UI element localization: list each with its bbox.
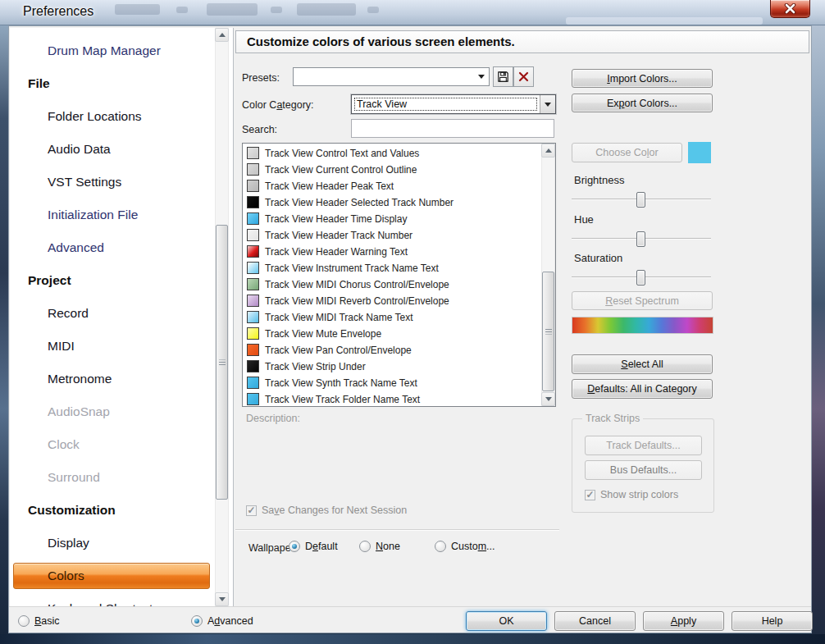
search-label: Search: bbox=[242, 124, 277, 135]
slider-thumb[interactable] bbox=[636, 270, 645, 285]
color-list-item[interactable]: Track View Track Folder Name Text bbox=[243, 391, 555, 407]
color-list-item[interactable]: Track View Header Track Number bbox=[243, 227, 555, 244]
scroll-up-button[interactable] bbox=[541, 144, 555, 158]
slider-thumb[interactable] bbox=[636, 231, 645, 247]
sidebar-item-record[interactable]: Record bbox=[10, 297, 215, 330]
sidebar-item-vst-settings[interactable]: VST Settings bbox=[10, 166, 215, 199]
color-list-item[interactable]: Track View Pan Control/Envelope bbox=[243, 342, 555, 359]
sidebar-item-midi[interactable]: MIDI bbox=[10, 330, 215, 363]
import-colors-button[interactable]: Import Colors... bbox=[572, 69, 713, 88]
defaults-all-in-category-button[interactable]: Defaults: All in Category bbox=[572, 379, 713, 399]
radio-circle bbox=[359, 541, 371, 552]
color-list-item[interactable]: Track View MIDI Chorus Control/Envelope bbox=[243, 276, 555, 293]
export-colors-button[interactable]: Export Colors... bbox=[572, 94, 713, 112]
sidebar-item-file[interactable]: File bbox=[10, 67, 215, 100]
scroll-up-button[interactable] bbox=[215, 28, 229, 42]
window-frame-right bbox=[812, 25, 825, 644]
color-list-item[interactable]: Track View Control Text and Values bbox=[243, 145, 555, 162]
background-window-artifact bbox=[367, 7, 379, 13]
color-swatch bbox=[247, 295, 259, 307]
color-list-item[interactable]: Track View Instrument Track Name Text bbox=[243, 260, 555, 276]
sidebar-item-folder-locations[interactable]: Folder Locations bbox=[10, 100, 215, 133]
save-preset-icon bbox=[497, 71, 509, 83]
scroll-down-button[interactable] bbox=[215, 592, 229, 606]
background-window-artifact bbox=[115, 4, 160, 15]
sidebar-item-audio-data[interactable]: Audio Data bbox=[10, 133, 215, 166]
help-button[interactable]: Help bbox=[732, 611, 813, 631]
color-list-item[interactable]: Track View Header Time Display bbox=[243, 211, 555, 227]
close-button[interactable] bbox=[770, 0, 810, 18]
footer-bar: Basic Advanced OK Cancel Apply Help bbox=[9, 606, 811, 633]
color-list-item[interactable]: Track View Current Control Outline bbox=[243, 162, 555, 178]
slider-thumb[interactable] bbox=[636, 192, 645, 208]
apply-button[interactable]: Apply bbox=[643, 611, 724, 631]
color-list-item[interactable]: Track View MIDI Track Name Text bbox=[243, 309, 555, 326]
sidebar-item-drum-map-manager[interactable]: Drum Map Manager bbox=[10, 34, 215, 67]
sidebar-item-label: Advanced bbox=[10, 231, 215, 264]
show-strip-colors-checkbox: ✓ Show strip colors bbox=[585, 489, 678, 500]
save-preset-button[interactable] bbox=[493, 66, 513, 87]
sidebar-item-clock[interactable]: Clock bbox=[10, 428, 215, 461]
cancel-button[interactable]: Cancel bbox=[554, 611, 636, 631]
basic-mode-radio[interactable]: Basic bbox=[18, 615, 60, 627]
color-category-dropdown-zone[interactable] bbox=[540, 95, 555, 113]
wallpaper-default-label: Default bbox=[305, 541, 338, 552]
sidebar-item-customization[interactable]: Customization bbox=[10, 494, 215, 527]
description-label: Description: bbox=[246, 413, 300, 424]
search-input[interactable] bbox=[351, 119, 554, 138]
color-category-value: Track View bbox=[353, 97, 538, 112]
ok-button[interactable]: OK bbox=[466, 611, 547, 631]
color-swatch bbox=[247, 393, 259, 405]
sidebar-item-label: Drum Map Manager bbox=[10, 34, 215, 67]
color-item-label: Track View Instrument Track Name Text bbox=[265, 260, 439, 276]
color-list-item[interactable]: Track View Header Selected Track Number bbox=[243, 194, 555, 211]
wallpaper-none-radio[interactable]: None bbox=[359, 541, 400, 552]
color-item-label: Track View Control Text and Values bbox=[265, 145, 419, 162]
sidebar-item-keyboard-shortcuts[interactable]: Keyboard Shortcuts bbox=[10, 592, 215, 606]
chevron-down-icon bbox=[478, 75, 485, 79]
color-list-item[interactable]: Track View Header Warning Text bbox=[243, 244, 555, 260]
color-list-item[interactable]: Track View Header Peak Text bbox=[243, 178, 555, 194]
sidebar-item-label: Customization bbox=[10, 494, 215, 527]
show-strip-colors-label: Show strip colors bbox=[600, 489, 678, 500]
sidebar-item-initialization-file[interactable]: Initialization File bbox=[10, 199, 215, 231]
wallpaper-default-radio[interactable]: Default bbox=[289, 541, 338, 552]
scrollbar-thumb[interactable] bbox=[542, 272, 554, 391]
sidebar-item-audiosnap[interactable]: AudioSnap bbox=[10, 395, 215, 428]
sidebar-item-label: File bbox=[10, 67, 215, 100]
window-frame-bottom bbox=[0, 634, 825, 644]
sidebar-item-advanced[interactable]: Advanced bbox=[10, 231, 215, 264]
select-all-button[interactable]: Select All bbox=[572, 354, 713, 374]
sidebar-item-label: Audio Data bbox=[10, 133, 215, 166]
color-item-label: Track View MIDI Track Name Text bbox=[265, 309, 413, 326]
saturation-label: Saturation bbox=[574, 252, 622, 264]
scrollbar-grip-icon bbox=[545, 329, 552, 335]
color-category-combobox[interactable]: Track View bbox=[351, 94, 556, 114]
color-list-scrollbar[interactable] bbox=[541, 144, 555, 406]
scrollbar-grip-icon bbox=[219, 359, 226, 365]
radio-circle bbox=[435, 541, 446, 552]
presets-dropdown-zone[interactable] bbox=[473, 68, 489, 85]
sidebar-item-colors[interactable]: Colors bbox=[10, 560, 215, 592]
color-list-item[interactable]: Track View Mute Envelope bbox=[243, 326, 555, 342]
color-list-item[interactable]: Track View Strip Under bbox=[243, 359, 555, 375]
scrollbar-thumb[interactable] bbox=[216, 225, 228, 500]
close-icon bbox=[784, 3, 796, 14]
scroll-down-button[interactable] bbox=[541, 392, 555, 406]
wallpaper-custom-radio[interactable]: Custom... bbox=[435, 541, 495, 552]
bus-defaults-button: Bus Defaults... bbox=[585, 460, 702, 480]
window-title: Preferences bbox=[23, 4, 93, 19]
sidebar-item-metronome[interactable]: Metronome bbox=[10, 363, 215, 395]
sidebar-item-label: Project bbox=[10, 264, 215, 297]
advanced-mode-radio[interactable]: Advanced bbox=[191, 615, 253, 627]
presets-combobox[interactable] bbox=[293, 67, 490, 86]
delete-preset-button[interactable] bbox=[513, 66, 534, 87]
sidebar-item-project[interactable]: Project bbox=[10, 264, 215, 297]
sidebar-item-surround[interactable]: Surround bbox=[10, 461, 215, 494]
color-list-item[interactable]: Track View MIDI Reverb Control/Envelope bbox=[243, 293, 555, 309]
color-list-item[interactable]: Track View Synth Track Name Text bbox=[243, 375, 555, 391]
triangle-down-icon bbox=[219, 597, 226, 601]
sidebar-item-display[interactable]: Display bbox=[10, 527, 215, 560]
sidebar-item-label: AudioSnap bbox=[10, 395, 215, 428]
sidebar-scrollbar[interactable] bbox=[215, 28, 229, 606]
